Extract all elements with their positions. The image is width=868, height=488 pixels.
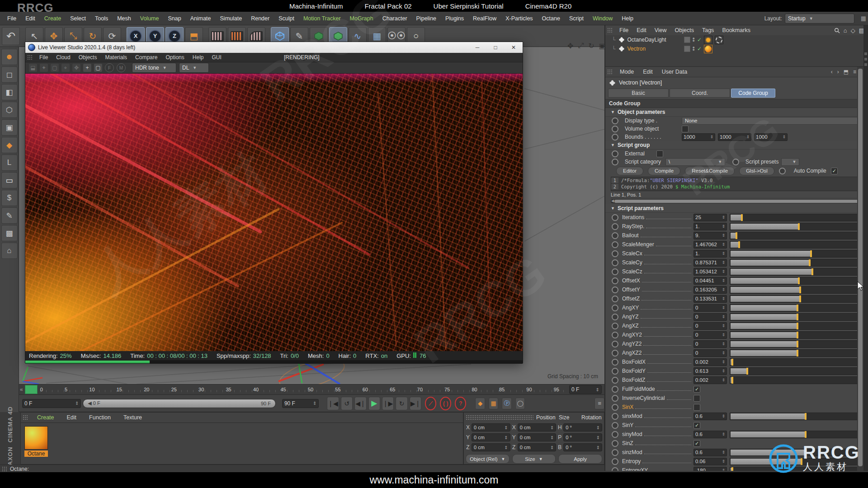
param-radio-icon[interactable] (612, 126, 618, 132)
lv-menu-item[interactable]: Options (161, 54, 188, 61)
om-menu-item[interactable]: File (615, 27, 632, 33)
param-slider[interactable] (730, 250, 866, 258)
param-value-field[interactable]: 0 ⇕ (693, 331, 727, 339)
film-settings-icon[interactable]: F (105, 63, 114, 72)
end-frame-field[interactable]: 90 F⇕ (282, 399, 319, 408)
footer-url[interactable]: www.machina-infinitum.com (369, 474, 498, 486)
lv-menu-item[interactable]: Compare (131, 54, 161, 61)
position-field[interactable]: 0 cm⇕ (472, 423, 510, 432)
param-value-field[interactable]: 1. ⇕ (693, 250, 727, 258)
interface-icon[interactable]: ▦ (861, 15, 866, 22)
param-radio-icon[interactable] (612, 232, 618, 239)
param-radio-icon[interactable] (612, 341, 618, 347)
param-value-field[interactable]: 0.04451 ⇕ (693, 277, 727, 285)
material-picker-icon[interactable]: M (117, 63, 126, 72)
stepper-icon[interactable]: ⇕ (722, 432, 725, 436)
stepper-icon[interactable]: ⇕ (722, 369, 725, 373)
om-menu-item[interactable]: Objects (671, 27, 698, 33)
stepper-icon[interactable]: ⇕ (722, 260, 725, 265)
object-parameters-header[interactable]: ▼Object parameters (605, 108, 868, 117)
param-value-field[interactable]: 0.002 ⇕ (693, 358, 727, 366)
ruler-frame-field[interactable]: 0 F⇕ (569, 385, 602, 394)
workplane-mode-icon[interactable]: ◧ (1, 84, 18, 100)
size-field[interactable]: 0 cm⇕ (518, 423, 557, 432)
param-slider[interactable] (730, 268, 866, 276)
attribute-tab[interactable]: Basic (608, 89, 669, 98)
stepper-icon[interactable]: ⇕ (722, 305, 725, 310)
region-icon[interactable]: ▢ (51, 64, 59, 72)
coords-size-dropdown[interactable]: Size▼ (512, 454, 556, 464)
home-icon[interactable]: ⌂ (844, 27, 847, 34)
param-radio-icon[interactable] (612, 150, 618, 157)
param-radio-icon[interactable] (612, 323, 618, 329)
param-slider[interactable] (730, 331, 866, 339)
history-forward-icon[interactable]: › (837, 69, 839, 75)
external-checkbox[interactable] (656, 150, 663, 157)
paint-tool-icon[interactable]: ✎ (1, 207, 18, 224)
param-checkbox[interactable] (693, 440, 700, 447)
bounds-x-field[interactable]: 1000⇕ (682, 133, 715, 141)
om-menu-item[interactable]: View (651, 27, 671, 33)
pan-icon[interactable]: ✥ (72, 64, 80, 72)
stop-icon[interactable]: ▢ (94, 64, 102, 72)
next-key-icon[interactable]: ❘▶ (382, 397, 394, 410)
script-action-button[interactable]: Reset&Compile (685, 167, 735, 175)
history-back-icon[interactable]: ‹ (831, 69, 833, 75)
dock-tab-icon[interactable] (864, 52, 867, 55)
menu-item[interactable]: Sculpt (274, 15, 299, 22)
param-slider[interactable] (730, 295, 866, 303)
param-value-field[interactable]: 0 ⇕ (693, 349, 727, 357)
material-item[interactable]: Octane (24, 426, 48, 457)
search-icon[interactable] (834, 28, 840, 33)
points-mode-icon[interactable]: ⬡ (1, 102, 18, 118)
menu-item[interactable]: Character (378, 15, 412, 22)
param-radio-icon[interactable] (612, 223, 618, 230)
attribute-tab[interactable]: Coord. (670, 89, 730, 98)
stepper-icon[interactable]: ⇕ (722, 378, 725, 382)
display-type-dropdown[interactable]: None▼ (682, 117, 863, 125)
auto-compile-checkbox[interactable]: ✓ (831, 168, 838, 174)
param-radio-icon[interactable] (612, 440, 618, 447)
param-slider[interactable] (730, 413, 866, 420)
param-radio-icon[interactable] (612, 395, 618, 402)
script-group-header[interactable]: ▼Script group (605, 141, 868, 150)
code-hscrollbar[interactable]: ◀ ▶ (611, 199, 863, 203)
param-value-field[interactable]: 0 ⇕ (693, 304, 727, 312)
prev-key-icon[interactable]: ◀❘ (354, 397, 366, 410)
code-editor[interactable]: 1 /*Formula: "UBER SIERPINSKI" V3.0 2 Co… (611, 177, 863, 191)
dl-mode-dropdown[interactable]: DL▼ (179, 63, 209, 73)
panel-options-icon[interactable]: ≡ (853, 69, 856, 75)
param-radio-icon[interactable] (612, 350, 618, 357)
param-checkbox[interactable] (693, 422, 700, 429)
param-radio-icon[interactable] (612, 296, 618, 302)
goto-end-icon[interactable]: ▶❘ (410, 397, 421, 410)
param-value-field[interactable]: 0 ⇕ (693, 313, 727, 321)
param-radio-icon[interactable] (612, 250, 618, 257)
polygons-mode-icon[interactable]: ◆ (1, 137, 18, 153)
param-slider[interactable] (730, 367, 866, 375)
param-value-field[interactable]: 1. ⇕ (693, 223, 727, 230)
texture-mode-icon[interactable]: ◻ (1, 66, 18, 83)
param-value-field[interactable]: 0.002 ⇕ (693, 376, 727, 384)
param-value-field[interactable]: 0.875371 ⇕ (693, 259, 727, 267)
script-action-button[interactable]: Compile (648, 167, 680, 175)
stepper-icon[interactable]: ⇕ (722, 360, 725, 364)
param-radio-icon[interactable] (612, 458, 618, 465)
param-value-field[interactable]: 0.163205 ⇕ (693, 286, 727, 294)
key-pla-icon[interactable]: ◯ (515, 398, 525, 409)
param-radio-icon[interactable] (612, 259, 618, 266)
undo-icon[interactable]: ↶ (2, 27, 20, 45)
stepper-icon[interactable]: ⇕ (722, 450, 725, 455)
param-radio-icon[interactable] (612, 467, 618, 471)
lock-icon[interactable]: ⬒ (844, 69, 849, 75)
menu-item[interactable]: X-Particles (501, 15, 537, 22)
snap-money-icon[interactable]: $ (1, 190, 18, 206)
panel-grip[interactable] (2, 466, 7, 472)
maximize-icon[interactable]: □ (486, 42, 505, 53)
param-radio-icon[interactable] (612, 386, 618, 393)
param-radio-icon[interactable] (732, 159, 739, 165)
collapse-chevrons-icon[interactable]: « (20, 386, 23, 393)
menu-item[interactable]: Select (66, 15, 90, 22)
script-presets-dropdown[interactable]: ▼ (781, 158, 799, 166)
attr-menu-item[interactable]: Mode (615, 69, 638, 75)
